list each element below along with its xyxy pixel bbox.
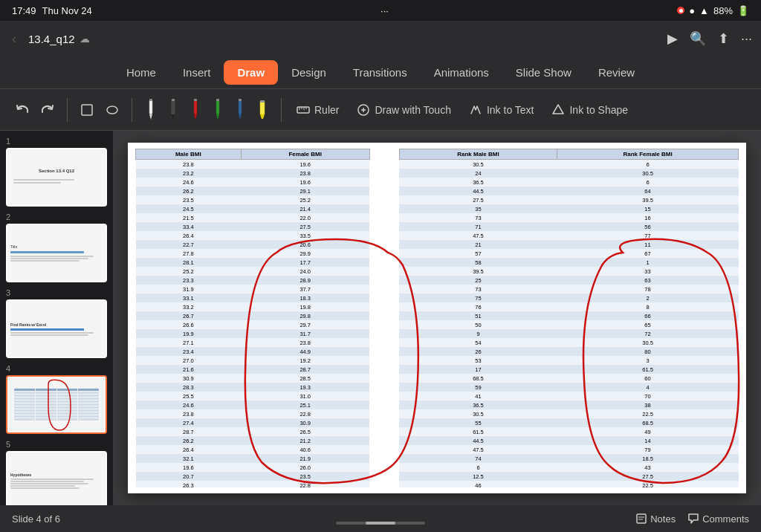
draw-toolbar: Ruler Draw with Touch Ink to Text Ink to…: [0, 89, 761, 131]
spacer-cell: [369, 178, 384, 186]
slide-thumb-2[interactable]: Title: [6, 224, 107, 282]
menu-slideshow[interactable]: Slide Show: [502, 60, 585, 85]
table-cell: 36.5: [399, 400, 557, 409]
spacer-cell: [384, 320, 399, 329]
spacer-cell: [369, 213, 384, 222]
menu-review[interactable]: Review: [585, 60, 648, 85]
slide-thumb-1[interactable]: Section 13.4 Q12: [6, 148, 107, 207]
table-row: 33.219.8768: [136, 302, 739, 311]
table-row: 23.223.82430.5: [136, 169, 739, 178]
spacer-cell: [369, 160, 384, 169]
notes-button[interactable]: Notes: [635, 513, 676, 525]
table-cell: 25.1: [241, 400, 369, 409]
slide-thumb-3[interactable]: Find Ranks w/ Excel: [6, 299, 107, 358]
spacer-cell: [369, 222, 384, 231]
signal-icon: ▲: [699, 5, 709, 16]
table-row: 26.221.244.514: [136, 436, 739, 445]
table-cell: 18.3: [241, 293, 369, 302]
undo-button[interactable]: [12, 100, 33, 120]
share-icon[interactable]: ⬆: [718, 30, 729, 47]
scroll-indicator[interactable]: [336, 522, 425, 525]
svg-rect-13: [216, 99, 219, 101]
spacer-cell: [369, 293, 384, 302]
spacer-cell: [384, 383, 399, 392]
lasso-tool-button[interactable]: [102, 100, 123, 120]
svg-rect-7: [172, 99, 175, 101]
search-icon[interactable]: 🔍: [690, 30, 706, 47]
table-cell: 32.1: [136, 454, 242, 463]
draw-with-touch-label: Draw with Touch: [375, 104, 450, 116]
table-cell: 18.5: [557, 454, 739, 463]
table-cell: 50: [399, 320, 557, 329]
svg-rect-5: [172, 100, 175, 114]
table-cell: 29.1: [241, 186, 369, 195]
comments-button[interactable]: Comments: [687, 513, 749, 525]
col-spacer2: [384, 149, 399, 160]
spacer-cell: [369, 445, 384, 454]
highlighter-tool[interactable]: [253, 95, 272, 125]
select-tool-button[interactable]: [77, 100, 97, 120]
spacer-cell: [369, 231, 384, 240]
crayon-red-tool[interactable]: [186, 95, 205, 125]
redo-button[interactable]: [37, 100, 58, 120]
menu-home[interactable]: Home: [113, 60, 169, 85]
play-button[interactable]: ▶: [667, 30, 678, 47]
table-cell: 21: [399, 240, 557, 249]
table-cell: 11: [557, 240, 739, 249]
slide-thumb-4[interactable]: [6, 375, 107, 434]
spacer-cell: [384, 418, 399, 427]
spacer-cell: [384, 231, 399, 240]
spacer-cell: [384, 186, 399, 195]
ink-to-shape-button[interactable]: Ink to Shape: [545, 100, 634, 120]
table-cell: 6: [557, 178, 739, 186]
pen-black-tool[interactable]: [163, 95, 183, 125]
battery-icon: 🔋: [737, 5, 749, 16]
crayon-blue-tool[interactable]: [230, 95, 250, 125]
more-options-button[interactable]: ···: [741, 31, 752, 47]
table-row: 26.629.75065: [136, 320, 739, 329]
draw-with-touch-button[interactable]: Draw with Touch: [351, 100, 456, 120]
table-cell: 23.8: [241, 338, 369, 347]
back-button[interactable]: ‹: [9, 28, 19, 50]
table-cell: 30.9: [241, 418, 369, 427]
table-row: 21.522.07316: [136, 213, 739, 222]
menu-design[interactable]: Design: [278, 60, 340, 85]
table-row: 24.619.636.56: [136, 178, 739, 186]
menu-animations[interactable]: Animations: [421, 60, 502, 85]
menu-draw[interactable]: Draw: [224, 60, 278, 85]
spacer-cell: [369, 409, 384, 418]
table-cell: 33.4: [136, 222, 242, 231]
table-cell: 24.5: [136, 204, 242, 213]
crayon-green-tool[interactable]: [208, 95, 227, 125]
spacer-cell: [369, 418, 384, 427]
data-table: Male BMI Female BMI Rank Male BMI Rank F…: [135, 149, 739, 487]
table-cell: 65: [557, 320, 739, 329]
pencil-white-tool[interactable]: [141, 95, 161, 125]
table-cell: 19.2: [241, 356, 369, 365]
slide-thumb-5[interactable]: Hypotheses: [6, 451, 107, 505]
menu-insert[interactable]: Insert: [169, 60, 224, 85]
table-cell: 74: [399, 454, 557, 463]
table-row: 28.726.561.549: [136, 427, 739, 436]
table-cell: 44.5: [399, 436, 557, 445]
spacer-cell: [369, 427, 384, 436]
spacer-cell: [384, 195, 399, 204]
table-cell: 72: [557, 329, 739, 338]
table-cell: 21.4: [241, 204, 369, 213]
ink-to-text-button[interactable]: Ink to Text: [463, 100, 540, 120]
table-cell: 21.6: [136, 365, 242, 374]
spacer-cell: [384, 463, 399, 472]
spacer-cell: [369, 338, 384, 347]
spacer-cell: [369, 186, 384, 195]
table-row: 26.322.84622.5: [136, 481, 739, 487]
table-cell: 28.7: [136, 427, 242, 436]
table-cell: 64: [557, 186, 739, 195]
menu-transitions[interactable]: Transitions: [340, 60, 421, 85]
spacer-cell: [369, 365, 384, 374]
spacer-cell: [369, 400, 384, 409]
ruler-button[interactable]: Ruler: [291, 100, 345, 120]
table-cell: 30.5: [557, 169, 739, 178]
table-row: 25.531.04170: [136, 392, 739, 400]
table-cell: 31.0: [241, 392, 369, 400]
slide-info: Slide 4 of 6: [12, 513, 60, 525]
